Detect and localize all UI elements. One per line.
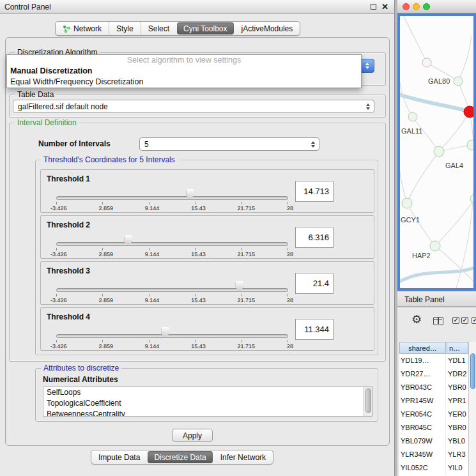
table-row[interactable]: YLR345W YLR3: [399, 448, 468, 461]
tab-jactivemodules[interactable]: jActiveModules: [234, 22, 300, 35]
combobox-stepper-icon[interactable]: [360, 59, 374, 73]
group-title: Threshold's Coordinates for 5 Intervals: [41, 155, 178, 164]
zoom-button[interactable]: [423, 3, 430, 10]
cell-shared-name: YLR345W: [399, 448, 446, 461]
tab-label: Style: [116, 24, 134, 33]
network-node[interactable]: [402, 198, 412, 208]
tab-discretize-data[interactable]: Discretize Data: [148, 451, 212, 463]
node-label: GAL4: [445, 162, 463, 169]
table-row[interactable]: YPR145W YPR1: [399, 394, 468, 408]
float-window-icon[interactable]: [371, 4, 376, 10]
scale-label: 21.715: [238, 297, 256, 303]
list-scrollbar[interactable]: [364, 387, 372, 416]
dropdown-option-equal-width-frequency[interactable]: Equal Width/Frequency Discretization: [7, 77, 361, 88]
dropdown-prompt-item[interactable]: Select algorithm to view settings: [7, 55, 361, 66]
network-graph: GAL80 GAL11 GAL4 GCY1 HAP2: [400, 16, 473, 288]
scrollbar-thumb[interactable]: [470, 353, 475, 389]
close-button[interactable]: [403, 3, 410, 10]
desktop: Control Panel ✕ Network Style Select Cyn…: [0, 0, 476, 476]
table-scrollbar[interactable]: [468, 342, 476, 476]
tab-select[interactable]: Select: [141, 22, 176, 35]
network-node[interactable]: [467, 140, 473, 150]
attributes-to-discretize-group: Attributes to discretize Numerical Attri…: [35, 368, 378, 422]
list-item[interactable]: BetweennessCentrality: [43, 409, 372, 417]
scale-label: 21.715: [238, 251, 256, 257]
scale-label: 2.859: [98, 343, 113, 349]
network-node[interactable]: [454, 77, 463, 86]
cell-shared-name: YPR145W: [399, 394, 446, 408]
node-label: HAP2: [412, 252, 431, 259]
scale-label: -3.426: [50, 297, 67, 303]
control-panel-tab-strip: Network Style Select Cyni Toolbox jActiv…: [55, 21, 300, 36]
table-panel: ⚙ ✓ ✓ ✓ shared… n… YDL19… YDL1 YDR27… YD…: [397, 307, 476, 476]
column-header-shared-name[interactable]: shared…: [399, 342, 446, 354]
list-item[interactable]: SelfLoops: [43, 387, 372, 398]
tab-label: Impute Data: [98, 453, 140, 462]
apply-button[interactable]: Apply: [172, 429, 213, 442]
slider-scale: -3.4262.8599.14415.4321.71528: [50, 205, 293, 211]
gear-icon[interactable]: ⚙: [411, 314, 422, 325]
network-node-selected[interactable]: [464, 106, 473, 118]
network-node[interactable]: [430, 241, 440, 251]
network-node[interactable]: [434, 146, 444, 157]
algorithm-dropdown-list: Select algorithm to view settings Manual…: [6, 54, 362, 88]
number-of-intervals-combobox[interactable]: 5: [139, 137, 319, 151]
tab-impute-data[interactable]: Impute Data: [91, 450, 147, 464]
numerical-attributes-label: Numerical Attributes: [43, 375, 118, 384]
slider-track: [56, 288, 288, 292]
close-icon[interactable]: ✕: [381, 2, 388, 12]
threshold-1-slider[interactable]: -3.4262.8599.14415.4321.71528: [56, 170, 288, 213]
tab-style[interactable]: Style: [109, 22, 141, 35]
scale-label: 15.43: [191, 297, 206, 303]
network-node[interactable]: [422, 58, 431, 67]
table-panel-titlebar[interactable]: Table Panel: [397, 291, 476, 307]
tab-network[interactable]: Network: [56, 22, 109, 35]
scale-label: 15.43: [191, 205, 206, 211]
tab-cyni-toolbox[interactable]: Cyni Toolbox: [177, 22, 233, 35]
deselect-checkbox-icon[interactable]: ✓: [472, 317, 476, 324]
table-row[interactable]: YBR045C YBR0: [399, 421, 468, 434]
table-row[interactable]: YBL079W YBL0: [399, 434, 468, 448]
table-data-value: galFiltered.sif default node: [18, 102, 108, 111]
tab-infer-network[interactable]: Infer Network: [213, 450, 273, 464]
cell-shared-name: YER054C: [399, 408, 446, 421]
table-row[interactable]: YIL052C YIL0: [399, 461, 468, 475]
threshold-2-slider[interactable]: -3.4262.8599.14415.4321.71528: [56, 216, 288, 259]
table-row[interactable]: YBR043C YBR0: [399, 381, 468, 394]
network-node[interactable]: [408, 112, 417, 121]
combobox-arrows-icon: [309, 141, 319, 148]
threshold-1-value-input[interactable]: 14.713: [295, 181, 334, 202]
scale-label: 28: [287, 205, 293, 211]
threshold-2-value-input[interactable]: 6.316: [295, 227, 334, 248]
show-columns-icon[interactable]: [433, 317, 443, 325]
table-row[interactable]: YDR27… YDR2: [399, 367, 468, 381]
minimize-button[interactable]: [413, 3, 420, 10]
column-header-name[interactable]: n…: [447, 342, 468, 354]
window-title: Control Panel: [4, 3, 51, 12]
slider-ticks: [56, 340, 288, 342]
list-item[interactable]: TopologicalCoefficient: [43, 398, 372, 409]
table-row[interactable]: YER054C YER0: [399, 408, 468, 421]
threshold-3-slider[interactable]: -3.4262.8599.14415.4321.71528: [56, 262, 288, 305]
threshold-3-value-input[interactable]: 21.4: [295, 273, 334, 294]
tab-label: Select: [148, 24, 169, 33]
threshold-4-slider[interactable]: -3.4262.8599.14415.4321.71528: [56, 308, 288, 351]
network-node[interactable]: [470, 194, 473, 203]
scale-label: 28: [287, 343, 293, 349]
tab-label: Cyni Toolbox: [183, 24, 227, 33]
network-canvas[interactable]: GAL80 GAL11 GAL4 GCY1 HAP2: [397, 13, 476, 291]
tab-label: Discretize Data: [154, 453, 206, 462]
slider-scale: -3.4262.8599.14415.4321.71528: [50, 251, 293, 257]
select-all-checkbox-icon[interactable]: ✓: [461, 317, 468, 324]
cell-name: YPR1: [446, 394, 468, 408]
cell-name: YBL0: [446, 434, 468, 448]
table-data-combobox[interactable]: galFiltered.sif default node: [13, 100, 374, 113]
dropdown-option-manual-discretization[interactable]: Manual Discretization: [7, 66, 361, 77]
threshold-4-value-input[interactable]: 11.344: [295, 319, 334, 340]
scrollbar-thumb[interactable]: [365, 388, 371, 413]
control-panel-window: Control Panel ✕ Network Style Select Cyn…: [0, 0, 395, 476]
slider-scale: -3.4262.8599.14415.4321.71528: [50, 297, 293, 303]
select-all-checkbox-icon[interactable]: ✓: [452, 317, 459, 324]
table-row[interactable]: YDL19… YDL1: [399, 354, 468, 367]
slider-ticks: [56, 202, 288, 204]
